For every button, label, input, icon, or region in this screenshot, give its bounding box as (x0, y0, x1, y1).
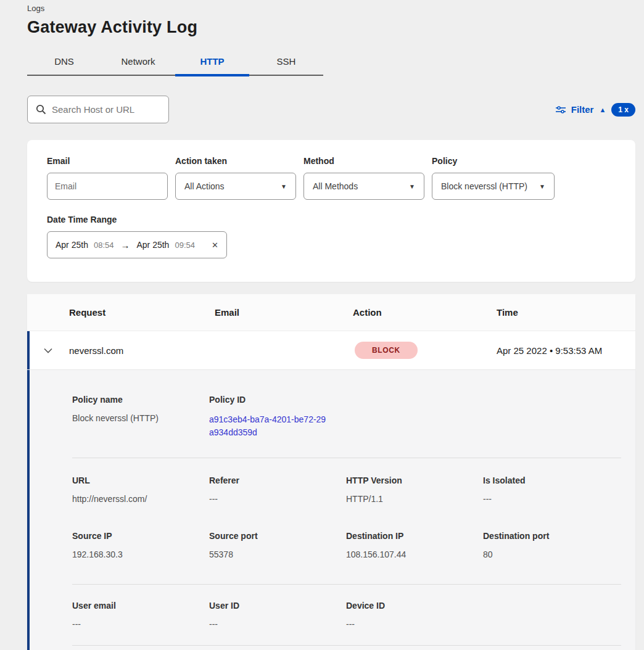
range-start-date: Apr 25th (56, 240, 88, 250)
caret-down-icon: ▼ (409, 183, 415, 190)
column-header-request: Request (69, 307, 215, 318)
method-filter-label: Method (303, 156, 424, 166)
device-id-field: Device ID --- (346, 601, 483, 629)
table-header-row: Request Email Action Time (27, 294, 635, 331)
range-end-time: 09:54 (175, 241, 195, 250)
activity-log-table: Request Email Action Time neverssl.com B… (27, 294, 635, 650)
search-input[interactable] (52, 104, 162, 115)
method-filter-field: Method All Methods ▼ (303, 156, 424, 200)
destination-ip-value: 108.156.107.44 (346, 549, 483, 559)
search-box[interactable] (27, 96, 169, 123)
email-filter-field: Email (47, 156, 168, 200)
destination-port-value: 80 (483, 549, 621, 559)
user-email-value: --- (72, 619, 209, 629)
filter-controls: Filter ▲ 1 x (556, 103, 635, 117)
user-email-field: User email --- (72, 601, 209, 629)
date-time-range-label: Date Time Range (47, 215, 616, 224)
is-isolated-field: Is Isolated --- (483, 475, 621, 504)
expanded-row-details: Policy name Block neverssl (HTTP) Policy… (27, 370, 635, 650)
destination-ip-label: Destination IP (346, 531, 483, 541)
user-id-value: --- (209, 619, 346, 629)
policy-filter-field: Policy Block neverssl (HTTP) ▼ (432, 156, 555, 200)
device-id-value: --- (346, 619, 483, 629)
tab-ssh[interactable]: SSH (249, 51, 323, 75)
filter-sliders-icon (556, 105, 566, 114)
row-expander[interactable] (27, 348, 69, 353)
column-header-time: Time (497, 307, 635, 318)
policy-selected-value: Block neverssl (HTTP) (441, 181, 527, 191)
action-taken-select[interactable]: All Actions ▼ (175, 173, 296, 200)
url-label: URL (72, 475, 209, 485)
destination-port-label: Destination port (483, 531, 621, 541)
destination-port-field: Destination port 80 (483, 531, 621, 559)
cell-action: BLOCK (353, 342, 497, 359)
toolbar: Filter ▲ 1 x (27, 96, 635, 123)
is-isolated-value: --- (483, 494, 621, 504)
arrow-right-icon: → (119, 240, 131, 250)
referer-label: Referer (209, 475, 346, 485)
email-filter-input[interactable] (47, 173, 168, 200)
cell-request: neverssl.com (69, 345, 215, 356)
is-isolated-label: Is Isolated (483, 475, 621, 485)
device-id-label: Device ID (346, 601, 483, 611)
page-header: Logs Gateway Activity Log (0, 0, 644, 37)
chevron-down-icon (44, 348, 52, 353)
source-ip-value: 192.168.30.3 (72, 549, 209, 559)
action-taken-filter-label: Action taken (175, 156, 296, 166)
policy-name-value: Block neverssl (HTTP) (72, 413, 209, 423)
http-version-value: HTTP/1.1 (346, 494, 483, 504)
tab-network[interactable]: Network (101, 51, 175, 75)
caret-down-icon: ▼ (281, 183, 287, 190)
method-select[interactable]: All Methods ▼ (303, 173, 424, 200)
action-taken-selected-value: All Actions (184, 181, 225, 191)
status-badge-block: BLOCK (355, 342, 418, 359)
filter-toggle-button[interactable]: Filter (571, 104, 594, 115)
tab-http[interactable]: HTTP (175, 51, 249, 75)
date-time-range-field: Date Time Range Apr 25th 08:54 → Apr 25t… (47, 215, 616, 258)
url-value: http://neverssl.com/ (72, 494, 209, 504)
range-start-time: 08:54 (94, 241, 114, 250)
policy-filter-label: Policy (432, 156, 555, 166)
tab-dns[interactable]: DNS (27, 51, 101, 75)
source-ip-label: Source IP (72, 531, 209, 541)
date-time-range-picker[interactable]: Apr 25th 08:54 → Apr 25th 09:54 ✕ (47, 231, 227, 258)
range-end-date: Apr 25th (136, 240, 169, 250)
policy-name-label: Policy name (72, 395, 209, 405)
email-filter-label: Email (47, 156, 168, 166)
user-id-field: User ID --- (209, 601, 346, 629)
http-version-field: HTTP Version HTTP/1.1 (346, 475, 483, 504)
user-id-label: User ID (209, 601, 346, 611)
method-selected-value: All Methods (313, 181, 358, 191)
referer-field: Referer --- (209, 475, 346, 504)
policy-id-link[interactable]: a91c3eb4-ba7a-4201-be72-29a934dd359d (209, 413, 326, 439)
policy-name-field: Policy name Block neverssl (HTTP) (72, 395, 209, 439)
filter-panel: Email Action taken All Actions ▼ Method … (27, 140, 635, 282)
caret-up-icon[interactable]: ▲ (599, 106, 606, 113)
policy-id-label: Policy ID (209, 395, 346, 405)
tab-bar: DNS Network HTTP SSH (27, 51, 323, 76)
column-header-email: Email (215, 307, 353, 318)
page-title: Gateway Activity Log (27, 18, 617, 37)
source-port-label: Source port (209, 531, 346, 541)
column-header-action: Action (353, 307, 497, 318)
destination-ip-field: Destination IP 108.156.107.44 (346, 531, 483, 559)
http-version-label: HTTP Version (346, 475, 483, 485)
search-icon (36, 104, 46, 115)
breadcrumb: Logs (27, 4, 617, 13)
url-field: URL http://neverssl.com/ (72, 475, 209, 504)
table-row[interactable]: neverssl.com BLOCK Apr 25 2022 • 9:53:53… (27, 331, 635, 370)
policy-select[interactable]: Block neverssl (HTTP) ▼ (432, 173, 555, 200)
clear-date-range-icon[interactable]: ✕ (212, 241, 218, 250)
caret-down-icon: ▼ (539, 183, 545, 190)
policy-id-field: Policy ID a91c3eb4-ba7a-4201-be72-29a934… (209, 395, 346, 439)
source-ip-field: Source IP 192.168.30.3 (72, 531, 209, 559)
source-port-value: 55378 (209, 549, 346, 559)
user-email-label: User email (72, 601, 209, 611)
cell-time: Apr 25 2022 • 9:53:53 AM (497, 345, 635, 356)
filter-count-badge[interactable]: 1 x (611, 103, 635, 117)
referer-value: --- (209, 494, 346, 504)
source-port-field: Source port 55378 (209, 531, 346, 559)
action-taken-filter-field: Action taken All Actions ▼ (175, 156, 296, 200)
